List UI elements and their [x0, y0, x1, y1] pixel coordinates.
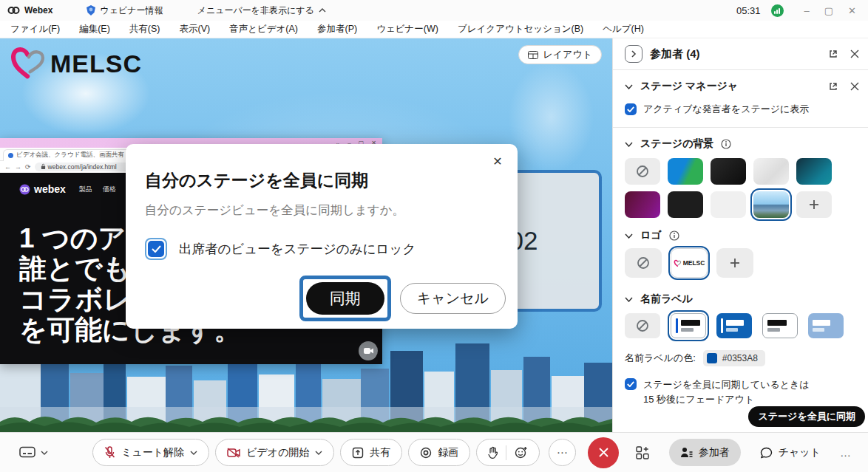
color-swatch: [707, 353, 717, 363]
background-option-magenta[interactable]: [625, 191, 660, 218]
site-nav-pricing[interactable]: 価格: [103, 185, 116, 194]
background-option-city-selected[interactable]: [753, 191, 789, 218]
logo-option-none[interactable]: [625, 248, 662, 278]
more-options-button[interactable]: ⋯: [549, 439, 576, 466]
reactions-smiley-icon[interactable]: [515, 446, 528, 459]
lock-view-checkbox[interactable]: [145, 238, 167, 260]
camera-overlay-icon: [359, 341, 378, 360]
chevron-down-icon[interactable]: [190, 451, 197, 455]
app-name: Webex: [24, 5, 52, 16]
stage-background-title: ステージの背景: [640, 137, 713, 151]
plus-icon: [809, 199, 819, 210]
raise-hand-icon[interactable]: [488, 446, 498, 459]
site-nav-products[interactable]: 製品: [79, 185, 92, 194]
webinar-info-button[interactable]: ウェビナー情報: [87, 4, 163, 17]
info-icon[interactable]: [669, 230, 679, 241]
close-window-button[interactable]: ✕: [848, 5, 856, 16]
menu-audio-video[interactable]: 音声とビデオ(A): [229, 23, 298, 35]
layout-button[interactable]: レイアウト: [518, 45, 602, 64]
name-label-section-title: 名前ラベル: [640, 293, 693, 306]
record-icon: [420, 447, 432, 459]
participants-toggle-button[interactable]: 参加者: [669, 439, 741, 466]
name-label-color-label: 名前ラベルの色:: [625, 352, 696, 365]
chevron-down-icon[interactable]: [315, 451, 322, 455]
sync-button[interactable]: 同期: [306, 282, 384, 315]
chevron-down-icon[interactable]: [625, 142, 633, 147]
camera-off-icon: [227, 448, 240, 458]
fadeout-checkbox[interactable]: [625, 378, 637, 390]
dialog-close-button[interactable]: ✕: [489, 153, 506, 169]
name-label-color-picker[interactable]: #0353A8: [703, 350, 765, 366]
name-label-option-none[interactable]: [625, 313, 660, 338]
chevron-right-icon: [631, 50, 637, 58]
menu-share[interactable]: 共有(S): [129, 23, 160, 35]
leave-meeting-button[interactable]: [588, 437, 619, 468]
menu-help[interactable]: ヘルプ(H): [603, 23, 644, 35]
record-button[interactable]: 録画: [408, 439, 470, 466]
back-icon[interactable]: ←: [4, 163, 11, 171]
reload-icon[interactable]: ⟳: [25, 163, 31, 171]
minimize-button[interactable]: –: [804, 5, 810, 16]
popout-icon[interactable]: [828, 49, 838, 59]
close-panel-icon[interactable]: [850, 49, 859, 58]
participants-panel-title: 参加者 (4): [650, 47, 700, 61]
chevron-down-icon[interactable]: [625, 297, 633, 302]
share-icon: [352, 447, 364, 459]
maximize-button[interactable]: ▢: [824, 5, 833, 16]
menu-participants[interactable]: 参加者(P): [317, 23, 357, 35]
name-label-option-blue[interactable]: [716, 313, 752, 338]
background-option-add[interactable]: [796, 191, 832, 218]
fadeout-checkbox-label: ステージを全員に同期しているときは 15 秒後にフェードアウト: [643, 377, 810, 406]
start-video-button[interactable]: ビデオの開始: [215, 439, 334, 466]
unmute-button[interactable]: ミュート解除: [92, 439, 209, 466]
info-icon[interactable]: [721, 139, 731, 149]
webex-logo: Webex: [7, 5, 52, 16]
chevron-down-icon[interactable]: [41, 451, 48, 455]
collapse-panel-button[interactable]: [625, 45, 642, 63]
chat-icon: [760, 447, 773, 459]
logo-option-add[interactable]: [716, 248, 753, 278]
active-speaker-checkbox[interactable]: [625, 103, 637, 115]
share-button[interactable]: 共有: [340, 439, 402, 466]
participants-icon: [680, 447, 693, 458]
captions-icon[interactable]: [19, 446, 35, 459]
title-bar: Webex ウェビナー情報 メニューバーを非表示にする 05:31 – ▢ ✕: [0, 0, 868, 21]
stage-area: MELSC レイアウト ⌄–▢✕ ビデオ会議、クラウド電話、画面共有 ✕ +: [0, 38, 612, 432]
name-label-option-lightblue[interactable]: [808, 313, 844, 338]
meeting-timer: 05:31: [736, 5, 761, 16]
menu-edit[interactable]: 編集(E): [79, 23, 110, 35]
background-option-blue-green[interactable]: [668, 158, 703, 185]
menu-view[interactable]: 表示(V): [179, 23, 210, 35]
stage-brand-logo: MELSC: [9, 44, 142, 83]
tab-favicon: [8, 153, 13, 158]
name-label-option-bar-selected[interactable]: [671, 313, 706, 338]
menu-file[interactable]: ファイル(F): [10, 23, 60, 35]
background-option-black[interactable]: [668, 191, 703, 218]
background-option-none[interactable]: [625, 158, 660, 185]
chat-button[interactable]: チャット: [760, 446, 821, 459]
chevron-down-icon[interactable]: [625, 84, 633, 89]
logo-option-melsc-selected[interactable]: MELSC: [671, 248, 708, 278]
hide-menubar-button[interactable]: メニューバーを非表示にする: [197, 4, 326, 17]
dialog-title: 自分のステージを全員に同期: [145, 169, 497, 192]
background-option-teal[interactable]: [796, 158, 832, 185]
melsc-heart-icon: [674, 259, 682, 267]
close-section-icon[interactable]: [850, 82, 859, 91]
background-option-light[interactable]: [753, 158, 789, 185]
chevron-down-icon[interactable]: [625, 233, 633, 239]
more-panels-button[interactable]: …: [840, 446, 852, 459]
background-option-gray[interactable]: [711, 191, 746, 218]
name-label-option-plain[interactable]: [762, 313, 798, 338]
mic-muted-icon: [104, 446, 115, 459]
name-label-options: [625, 313, 859, 338]
forward-icon[interactable]: →: [15, 163, 21, 171]
connection-quality-icon[interactable]: [771, 4, 784, 17]
browser-tab[interactable]: ビデオ会議、クラウド電話、画面共有 ✕: [3, 149, 143, 161]
menu-webinar[interactable]: ウェビナー(W): [376, 23, 438, 35]
popout-icon[interactable]: [828, 81, 838, 92]
apps-icon[interactable]: [635, 445, 650, 460]
cancel-button[interactable]: キャンセル: [400, 283, 506, 314]
background-option-dark[interactable]: [711, 158, 746, 185]
stage-manager-title: ステージ マネージャ: [640, 80, 738, 93]
menu-breakout[interactable]: ブレイクアウトセッション(B): [458, 23, 583, 35]
